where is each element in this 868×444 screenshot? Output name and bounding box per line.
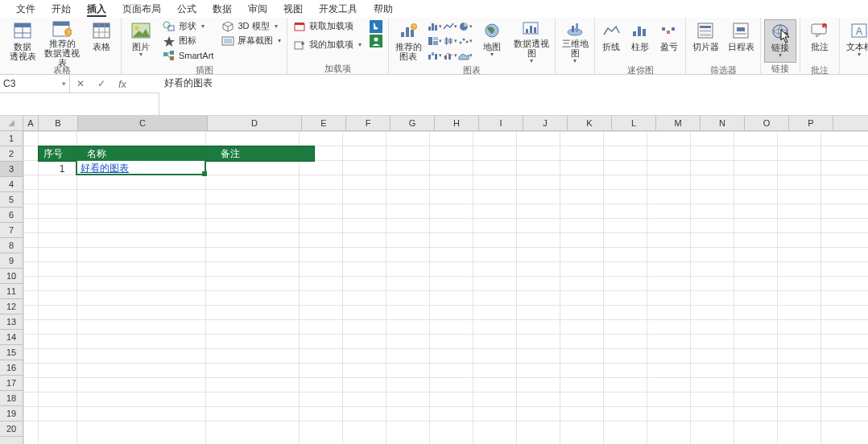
row-header[interactable]: 16 (0, 360, 23, 376)
row-header[interactable]: 11 (0, 284, 23, 299)
row-header[interactable]: 18 (0, 391, 23, 406)
row-header[interactable]: 10 (0, 269, 23, 284)
tab-insert[interactable]: 插入 (79, 0, 114, 18)
column-header[interactable]: P (789, 116, 833, 130)
row-header[interactable]: 3 (0, 162, 23, 177)
row-header[interactable]: 12 (0, 299, 23, 314)
my-addins-button[interactable]: 我的加载项 ▾ (291, 38, 364, 51)
my-addins-label: 我的加载项 (309, 39, 353, 51)
tab-layout[interactable]: 页面布局 (114, 0, 169, 18)
svg-rect-9 (93, 23, 110, 27)
column-header[interactable]: H (435, 116, 479, 130)
column-header[interactable]: J (523, 116, 568, 130)
active-cell[interactable]: 好看的图表 (76, 159, 206, 175)
column-header[interactable]: B (39, 116, 78, 130)
bing-addin-button[interactable] (367, 19, 385, 33)
row-header[interactable]: 4 (0, 177, 23, 192)
column-header[interactable]: A (23, 116, 39, 130)
link-button[interactable]: 链接 ▾ (764, 19, 796, 63)
recommended-pivot-button[interactable]: ? 推荐的 数据透视表 (42, 19, 82, 64)
svg-rect-73 (672, 27, 675, 31)
shapes-button[interactable]: 形状 ▾ (160, 19, 216, 33)
slicer-button[interactable]: 切片器 (689, 19, 721, 64)
svg-point-52 (460, 41, 462, 43)
svg-rect-20 (170, 56, 174, 60)
chart-combo-button[interactable]: ▾ (443, 48, 457, 62)
column-header[interactable]: F (346, 116, 391, 130)
column-header[interactable]: I (479, 116, 523, 130)
get-addins-button[interactable]: 获取加载项 (291, 19, 364, 33)
timeline-button[interactable]: 日程表 (725, 19, 757, 64)
column-header[interactable]: N (701, 116, 745, 130)
column-header[interactable]: C (78, 116, 208, 130)
tab-help[interactable]: 帮助 (366, 0, 401, 18)
column-header[interactable]: M (656, 116, 701, 130)
picture-button[interactable]: 图片 ▾ (125, 19, 157, 64)
insert-function-button[interactable]: fx (112, 75, 133, 92)
textbox-button[interactable]: A 文本框 ▾ (843, 19, 868, 64)
row-header[interactable]: 5 (0, 192, 23, 208)
svg-rect-64 (534, 27, 536, 33)
row-header[interactable]: 13 (0, 314, 23, 330)
column-header[interactable]: D (208, 116, 302, 130)
chart-hierarchy-button[interactable]: ▾ (428, 34, 442, 47)
row-header[interactable]: 8 (0, 238, 23, 253)
name-box[interactable]: C3 ▾ (0, 78, 69, 89)
select-all-corner[interactable] (0, 116, 23, 130)
group-comments-label: 批注 (811, 64, 829, 76)
map3d-button[interactable]: 三维地 图 ▾ (559, 19, 591, 64)
row-header[interactable]: 9 (0, 253, 23, 269)
pivot-chart-button[interactable]: 数据透视图 ▾ (511, 19, 552, 64)
formula-input[interactable]: 好看的图表 (159, 75, 868, 115)
chart-surface-button[interactable]: ▾ (458, 48, 473, 62)
model3d-button[interactable]: 3D 模型 ▾ (219, 19, 283, 33)
row-header[interactable]: 15 (0, 345, 23, 360)
chart-statistic-button[interactable]: ▾ (443, 34, 457, 47)
tab-view[interactable]: 视图 (275, 0, 311, 18)
row-header[interactable]: 20 (0, 421, 23, 437)
comment-button[interactable]: + 批注 (804, 19, 836, 64)
tab-data[interactable]: 数据 (205, 0, 240, 18)
column-header[interactable]: L (612, 116, 656, 130)
row-header[interactable]: 14 (0, 330, 23, 345)
table-cell-seq[interactable]: 1 (38, 163, 81, 175)
fill-handle[interactable] (202, 171, 207, 176)
group-tables: 数据 透视表 ? 推荐的 数据透视表 表格 表格 (3, 18, 122, 74)
map3d-label: 三维地 图 (562, 39, 589, 58)
recommended-charts-button[interactable]: ? 推荐的 图表 (392, 19, 424, 64)
column-header[interactable]: K (568, 116, 612, 130)
maps-button[interactable]: 地图 ▾ (476, 19, 508, 64)
smartart-button[interactable]: SmartArt (160, 48, 216, 62)
sparkline-column-button[interactable]: 柱形 (627, 19, 653, 64)
row-header[interactable]: 6 (0, 208, 23, 223)
sparkline-winloss-button[interactable]: 盈亏 (656, 19, 682, 64)
tab-review[interactable]: 审阅 (240, 0, 275, 18)
chart-pie-button[interactable]: ▾ (458, 19, 473, 33)
column-header[interactable]: G (391, 116, 435, 130)
row-header[interactable]: 19 (0, 406, 23, 421)
chart-column-button[interactable]: ▾ (428, 19, 442, 33)
tab-formulas[interactable]: 公式 (169, 0, 205, 18)
screenshot-button[interactable]: 屏幕截图 ▾ (219, 34, 283, 47)
sparkline-line-button[interactable]: 折线 (598, 19, 624, 64)
table-button[interactable]: 表格 (85, 19, 118, 64)
row-header[interactable]: 2 (0, 146, 23, 162)
tab-file[interactable]: 文件 (8, 0, 43, 18)
enter-formula-button[interactable]: ✓ (91, 75, 112, 92)
column-header[interactable]: O (745, 116, 789, 130)
pivot-table-button[interactable]: 数据 透视表 (6, 19, 39, 64)
tab-home[interactable]: 开始 (43, 0, 79, 18)
row-header[interactable]: 17 (0, 376, 23, 391)
chart-line-button[interactable]: ▾ (443, 19, 457, 33)
cells-area[interactable]: 序号 名称 备注 1 好看的图表 (23, 131, 868, 444)
group-links: 链接 ▾ 链接 (761, 18, 800, 74)
tab-dev[interactable]: 开发工具 (311, 0, 366, 18)
column-header[interactable]: E (302, 116, 346, 130)
people-addin-button[interactable] (367, 34, 385, 47)
icons-button[interactable]: 图标 (160, 34, 216, 47)
row-header[interactable]: 1 (0, 131, 23, 146)
chart-waterfall-button[interactable]: ▾ (428, 48, 442, 62)
cancel-formula-button[interactable]: ✕ (70, 75, 91, 92)
chart-scatter-button[interactable]: ▾ (458, 34, 473, 47)
row-header[interactable]: 7 (0, 223, 23, 238)
